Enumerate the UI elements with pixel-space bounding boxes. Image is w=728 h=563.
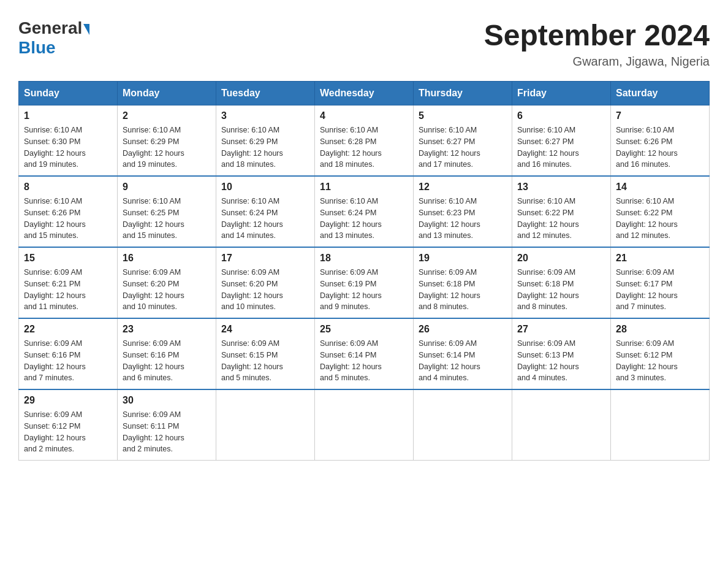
day-number: 20 xyxy=(517,253,605,264)
logo-triangle-icon xyxy=(83,24,89,35)
day-number: 8 xyxy=(24,182,112,193)
day-info: Sunrise: 6:10 AMSunset: 6:22 PMDaylight:… xyxy=(616,196,704,242)
day-number: 12 xyxy=(419,182,507,193)
day-number: 29 xyxy=(24,395,112,406)
calendar-cell: 19Sunrise: 6:09 AMSunset: 6:18 PMDayligh… xyxy=(414,247,512,318)
header-friday: Friday xyxy=(512,82,611,105)
day-info: Sunrise: 6:10 AMSunset: 6:24 PMDaylight:… xyxy=(320,196,408,242)
day-info: Sunrise: 6:10 AMSunset: 6:26 PMDaylight:… xyxy=(24,196,112,242)
calendar-cell: 13Sunrise: 6:10 AMSunset: 6:22 PMDayligh… xyxy=(512,176,611,247)
day-info: Sunrise: 6:10 AMSunset: 6:29 PMDaylight:… xyxy=(221,124,309,170)
header-monday: Monday xyxy=(118,82,216,105)
calendar-cell: 21Sunrise: 6:09 AMSunset: 6:17 PMDayligh… xyxy=(611,247,710,318)
day-number: 24 xyxy=(221,324,309,335)
calendar-cell: 20Sunrise: 6:09 AMSunset: 6:18 PMDayligh… xyxy=(512,247,611,318)
logo: General Blue xyxy=(18,18,89,58)
calendar-header-row: SundayMondayTuesdayWednesdayThursdayFrid… xyxy=(19,82,710,105)
day-info: Sunrise: 6:09 AMSunset: 6:12 PMDaylight:… xyxy=(24,409,112,455)
day-number: 9 xyxy=(123,182,211,193)
calendar-cell xyxy=(611,389,710,461)
day-number: 16 xyxy=(123,253,211,264)
title-section: September 2024 Gwaram, Jigawa, Nigeria xyxy=(484,18,710,69)
day-number: 14 xyxy=(616,182,704,193)
day-info: Sunrise: 6:10 AMSunset: 6:28 PMDaylight:… xyxy=(320,124,408,170)
calendar-cell: 18Sunrise: 6:09 AMSunset: 6:19 PMDayligh… xyxy=(315,247,414,318)
day-number: 1 xyxy=(24,110,112,121)
calendar-cell: 16Sunrise: 6:09 AMSunset: 6:20 PMDayligh… xyxy=(118,247,216,318)
calendar-week-row: 22Sunrise: 6:09 AMSunset: 6:16 PMDayligh… xyxy=(19,318,710,389)
day-number: 23 xyxy=(123,324,211,335)
day-info: Sunrise: 6:09 AMSunset: 6:19 PMDaylight:… xyxy=(320,267,408,313)
day-info: Sunrise: 6:09 AMSunset: 6:16 PMDaylight:… xyxy=(24,338,112,384)
logo-blue-text: Blue xyxy=(18,38,89,58)
page-header: General Blue September 2024 Gwaram, Jiga… xyxy=(18,18,710,69)
day-info: Sunrise: 6:09 AMSunset: 6:11 PMDaylight:… xyxy=(123,409,211,455)
day-info: Sunrise: 6:09 AMSunset: 6:18 PMDaylight:… xyxy=(419,267,507,313)
day-number: 6 xyxy=(517,110,605,121)
calendar-cell: 5Sunrise: 6:10 AMSunset: 6:27 PMDaylight… xyxy=(414,105,512,177)
day-number: 3 xyxy=(221,110,309,121)
calendar-week-row: 15Sunrise: 6:09 AMSunset: 6:21 PMDayligh… xyxy=(19,247,710,318)
day-info: Sunrise: 6:09 AMSunset: 6:14 PMDaylight:… xyxy=(320,338,408,384)
calendar-cell: 30Sunrise: 6:09 AMSunset: 6:11 PMDayligh… xyxy=(118,389,216,461)
day-number: 30 xyxy=(123,395,211,406)
day-number: 2 xyxy=(123,110,211,121)
calendar-cell: 4Sunrise: 6:10 AMSunset: 6:28 PMDaylight… xyxy=(315,105,414,177)
calendar-subtitle: Gwaram, Jigawa, Nigeria xyxy=(484,55,710,69)
day-info: Sunrise: 6:10 AMSunset: 6:24 PMDaylight:… xyxy=(221,196,309,242)
day-number: 15 xyxy=(24,253,112,264)
calendar-cell: 10Sunrise: 6:10 AMSunset: 6:24 PMDayligh… xyxy=(216,176,315,247)
day-number: 7 xyxy=(616,110,704,121)
calendar-week-row: 8Sunrise: 6:10 AMSunset: 6:26 PMDaylight… xyxy=(19,176,710,247)
calendar-cell: 27Sunrise: 6:09 AMSunset: 6:13 PMDayligh… xyxy=(512,318,611,389)
day-number: 27 xyxy=(517,324,605,335)
calendar-cell: 23Sunrise: 6:09 AMSunset: 6:16 PMDayligh… xyxy=(118,318,216,389)
day-info: Sunrise: 6:10 AMSunset: 6:27 PMDaylight:… xyxy=(419,124,507,170)
day-info: Sunrise: 6:10 AMSunset: 6:22 PMDaylight:… xyxy=(517,196,605,242)
day-number: 19 xyxy=(419,253,507,264)
day-info: Sunrise: 6:09 AMSunset: 6:16 PMDaylight:… xyxy=(123,338,211,384)
day-info: Sunrise: 6:09 AMSunset: 6:14 PMDaylight:… xyxy=(419,338,507,384)
day-info: Sunrise: 6:10 AMSunset: 6:27 PMDaylight:… xyxy=(517,124,605,170)
calendar-cell: 2Sunrise: 6:10 AMSunset: 6:29 PMDaylight… xyxy=(118,105,216,177)
day-number: 21 xyxy=(616,253,704,264)
calendar-cell: 11Sunrise: 6:10 AMSunset: 6:24 PMDayligh… xyxy=(315,176,414,247)
day-number: 28 xyxy=(616,324,704,335)
calendar-cell: 1Sunrise: 6:10 AMSunset: 6:30 PMDaylight… xyxy=(19,105,118,177)
day-number: 11 xyxy=(320,182,408,193)
day-info: Sunrise: 6:09 AMSunset: 6:17 PMDaylight:… xyxy=(616,267,704,313)
calendar-cell xyxy=(414,389,512,461)
day-info: Sunrise: 6:10 AMSunset: 6:25 PMDaylight:… xyxy=(123,196,211,242)
day-number: 5 xyxy=(419,110,507,121)
calendar-cell xyxy=(512,389,611,461)
calendar-cell: 12Sunrise: 6:10 AMSunset: 6:23 PMDayligh… xyxy=(414,176,512,247)
calendar-cell xyxy=(216,389,315,461)
calendar-cell: 9Sunrise: 6:10 AMSunset: 6:25 PMDaylight… xyxy=(118,176,216,247)
calendar-cell: 7Sunrise: 6:10 AMSunset: 6:26 PMDaylight… xyxy=(611,105,710,177)
day-info: Sunrise: 6:09 AMSunset: 6:15 PMDaylight:… xyxy=(221,338,309,384)
calendar-week-row: 29Sunrise: 6:09 AMSunset: 6:12 PMDayligh… xyxy=(19,389,710,461)
calendar-cell: 28Sunrise: 6:09 AMSunset: 6:12 PMDayligh… xyxy=(611,318,710,389)
calendar-cell: 6Sunrise: 6:10 AMSunset: 6:27 PMDaylight… xyxy=(512,105,611,177)
day-number: 22 xyxy=(24,324,112,335)
calendar-cell: 26Sunrise: 6:09 AMSunset: 6:14 PMDayligh… xyxy=(414,318,512,389)
calendar-table: SundayMondayTuesdayWednesdayThursdayFrid… xyxy=(18,81,710,461)
day-info: Sunrise: 6:09 AMSunset: 6:21 PMDaylight:… xyxy=(24,267,112,313)
day-info: Sunrise: 6:09 AMSunset: 6:12 PMDaylight:… xyxy=(616,338,704,384)
calendar-cell: 17Sunrise: 6:09 AMSunset: 6:20 PMDayligh… xyxy=(216,247,315,318)
calendar-cell: 25Sunrise: 6:09 AMSunset: 6:14 PMDayligh… xyxy=(315,318,414,389)
calendar-cell: 29Sunrise: 6:09 AMSunset: 6:12 PMDayligh… xyxy=(19,389,118,461)
day-number: 25 xyxy=(320,324,408,335)
calendar-cell: 3Sunrise: 6:10 AMSunset: 6:29 PMDaylight… xyxy=(216,105,315,177)
header-sunday: Sunday xyxy=(19,82,118,105)
day-info: Sunrise: 6:10 AMSunset: 6:23 PMDaylight:… xyxy=(419,196,507,242)
day-number: 10 xyxy=(221,182,309,193)
header-tuesday: Tuesday xyxy=(216,82,315,105)
day-number: 4 xyxy=(320,110,408,121)
header-thursday: Thursday xyxy=(414,82,512,105)
day-info: Sunrise: 6:09 AMSunset: 6:18 PMDaylight:… xyxy=(517,267,605,313)
calendar-week-row: 1Sunrise: 6:10 AMSunset: 6:30 PMDaylight… xyxy=(19,105,710,177)
calendar-cell: 22Sunrise: 6:09 AMSunset: 6:16 PMDayligh… xyxy=(19,318,118,389)
day-info: Sunrise: 6:09 AMSunset: 6:20 PMDaylight:… xyxy=(123,267,211,313)
calendar-cell xyxy=(315,389,414,461)
